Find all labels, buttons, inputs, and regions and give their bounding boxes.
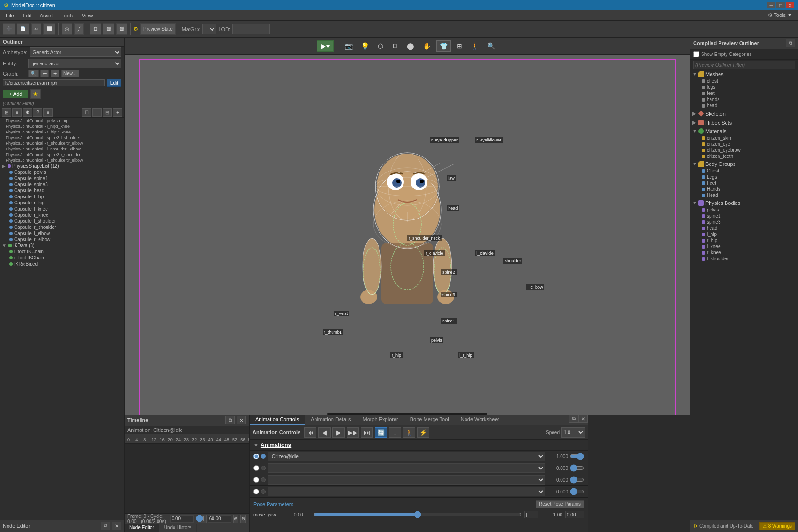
- phys-lknee[interactable]: l_knee: [690, 243, 798, 250]
- anim-select-2[interactable]: [268, 475, 545, 485]
- anim-walk-btn[interactable]: 🚶: [403, 427, 415, 438]
- pose-slider-0[interactable]: [313, 512, 521, 517]
- undo-history-tab[interactable]: Undo History: [159, 524, 197, 532]
- physics-header[interactable]: ▼ Physics Bodies: [690, 199, 798, 207]
- anim-play-btn[interactable]: ▶: [332, 427, 345, 438]
- tool-btn-7[interactable]: ≣: [92, 108, 102, 117]
- tab-anim-controls[interactable]: Animation Controls: [250, 415, 305, 425]
- tree-capsule-lhip[interactable]: Capsule: l_hip: [0, 194, 124, 200]
- tab-node-worksheet[interactable]: Node Worksheet: [455, 415, 506, 425]
- pose-marker-0[interactable]: [524, 511, 538, 518]
- toolbar-btn-5[interactable]: ◎: [62, 23, 72, 35]
- tree-item-5[interactable]: PhysicsJointConical - l_shoulderl_elbow: [0, 146, 124, 152]
- anim-radio-2[interactable]: [253, 477, 259, 483]
- vp-search-btn[interactable]: 🔍: [484, 41, 498, 51]
- menu-tools[interactable]: Tools: [57, 12, 77, 19]
- vp-monitor-btn[interactable]: 🖥: [389, 41, 401, 51]
- tree-group-physics[interactable]: ▶ PhysicsShapeList (12): [0, 163, 124, 169]
- anim-select-1[interactable]: [268, 463, 545, 473]
- phys-pelvis[interactable]: pelvis: [690, 207, 798, 213]
- tab-morph[interactable]: Morph Explorer: [357, 415, 404, 425]
- anim-next-frame[interactable]: ▶▶: [347, 427, 359, 438]
- lod-input[interactable]: [232, 24, 270, 34]
- phys-spine3[interactable]: spine3: [690, 219, 798, 225]
- search-graph-btn[interactable]: 🔍: [28, 70, 39, 77]
- tree-capsule-spine1[interactable]: Capsule: spine1: [0, 175, 124, 181]
- preview-state-button[interactable]: Preview State: [140, 23, 176, 35]
- nav-right-btn[interactable]: ➡: [51, 70, 59, 77]
- mat-citizen-eye[interactable]: citizen_eye: [690, 141, 798, 147]
- anim-skip-start[interactable]: ⏮: [304, 427, 316, 438]
- anim-panel-close[interactable]: ✕: [578, 415, 588, 423]
- tool-btn-6[interactable]: ☐: [82, 108, 91, 117]
- pose-params-title[interactable]: Pose Parameters: [253, 501, 293, 507]
- toolbar-btn-img3[interactable]: 🖼: [116, 23, 127, 35]
- phys-rhip[interactable]: r_hip: [690, 237, 798, 243]
- tool-btn-2[interactable]: ≡: [12, 108, 22, 117]
- anim-radio-1[interactable]: [253, 465, 259, 471]
- anim-loop-btn[interactable]: 🔄: [375, 427, 387, 438]
- anim-prev-frame[interactable]: ◀: [318, 427, 331, 438]
- anim-radio-0[interactable]: [253, 454, 259, 459]
- archetype-select[interactable]: Generic Actor: [30, 47, 121, 57]
- bg-legs[interactable]: Legs: [690, 174, 798, 180]
- toolbar-btn-4[interactable]: ⬜: [43, 23, 55, 35]
- toolbar-btn-1[interactable]: ➕: [3, 23, 15, 35]
- skeleton-header[interactable]: ▶ Skeleton: [690, 110, 798, 117]
- tree-item-3[interactable]: PhysicsJointConical - spine3:l_shoulder: [0, 135, 124, 141]
- bg-head[interactable]: Head: [690, 192, 798, 198]
- timeline-zoom-out-btn[interactable]: ⊖: [240, 515, 246, 523]
- timeline-dock-btn[interactable]: ⧉: [225, 416, 235, 424]
- reset-pose-btn[interactable]: Reset Pose Params: [536, 500, 584, 508]
- mat-citizen-skin[interactable]: citizen_skin: [690, 135, 798, 141]
- menu-file[interactable]: File: [2, 12, 18, 19]
- tab-anim-details[interactable]: Animation Details: [305, 415, 357, 425]
- bg-hands[interactable]: Hands: [690, 186, 798, 192]
- node-editor-tab[interactable]: Node Editor: [125, 524, 159, 532]
- materials-header[interactable]: ▼ Materials: [690, 127, 798, 135]
- tree-capsule-pelvis[interactable]: Capsule: pelvis: [0, 169, 124, 175]
- mesh-hands[interactable]: hands: [690, 96, 798, 102]
- vp-shirt-btn[interactable]: 👕: [436, 40, 451, 52]
- tree-ik-lfoot[interactable]: l_foot IKChain: [0, 249, 124, 255]
- mesh-feet[interactable]: feet: [690, 90, 798, 96]
- mesh-legs[interactable]: legs: [690, 84, 798, 90]
- tree-ik-rigbiped[interactable]: IKRigBiped: [0, 261, 124, 267]
- vp-grid-btn[interactable]: ⊞: [454, 41, 465, 51]
- vp-figure-btn[interactable]: 🚶: [468, 41, 482, 51]
- matgrp-select[interactable]: [202, 24, 216, 34]
- warnings-button[interactable]: ⚠ 8 Warnings: [759, 522, 795, 530]
- phys-lshoulder[interactable]: l_shoulder: [690, 256, 798, 262]
- anim-bounce-btn[interactable]: ↕: [389, 427, 401, 438]
- toolbar-btn-6[interactable]: ╱: [74, 23, 84, 35]
- new-graph-btn[interactable]: New...: [61, 70, 79, 77]
- tree-item-4[interactable]: PhysicsJointConical - r_shoulder:r_elbow: [0, 141, 124, 146]
- anim-ik-btn[interactable]: ⚡: [417, 427, 429, 438]
- viewport[interactable]: ▶▾ 📷 💡 ⬡ 🖥 ⬤ ✋ 👕 ⊞ 🚶 🔍: [125, 38, 690, 415]
- anim-panel-dock[interactable]: ⧉: [569, 415, 578, 423]
- tree-item-6[interactable]: PhysicsJointConical - spine3:r_shoulder: [0, 152, 124, 157]
- tool-btn-1[interactable]: ⊞: [2, 108, 11, 117]
- anim-radio-3[interactable]: [253, 489, 259, 494]
- tree-ik-rfoot[interactable]: r_foot IKChain: [0, 255, 124, 261]
- menu-asset[interactable]: Asset: [36, 12, 57, 19]
- timeline-close-btn[interactable]: ✕: [237, 416, 246, 424]
- meshes-header[interactable]: ▼ Meshes: [690, 70, 798, 78]
- timeline-tracks[interactable]: [125, 444, 249, 513]
- tool-btn-3[interactable]: ✱: [23, 108, 32, 117]
- tree-item-7[interactable]: PhysicsJointConical - r_shoulder:r_elbow: [0, 157, 124, 163]
- frame-input[interactable]: [170, 515, 194, 523]
- end-frame-input[interactable]: [208, 515, 231, 523]
- vp-hand-btn[interactable]: ✋: [420, 41, 434, 51]
- tab-bone-merge[interactable]: Bone Merge Tool: [404, 415, 455, 425]
- tree-item-2[interactable]: PhysicsJointConical - r_hip:r_knee: [0, 129, 124, 135]
- mat-citizen-eyebrow[interactable]: citizen_eyebrow: [690, 147, 798, 153]
- tree-capsule-spine3[interactable]: Capsule: spine3: [0, 181, 124, 188]
- toolbar-btn-2[interactable]: 📄: [17, 23, 29, 35]
- pose-final-val-0[interactable]: [565, 511, 584, 518]
- mesh-chest[interactable]: chest: [690, 78, 798, 84]
- anim-slider-0[interactable]: [570, 454, 584, 459]
- tool-btn-8[interactable]: ⊟: [103, 108, 112, 117]
- node-editor-dock[interactable]: ⧉: [101, 522, 110, 530]
- tree-capsule-rknee[interactable]: Capsule: r_knee: [0, 212, 124, 218]
